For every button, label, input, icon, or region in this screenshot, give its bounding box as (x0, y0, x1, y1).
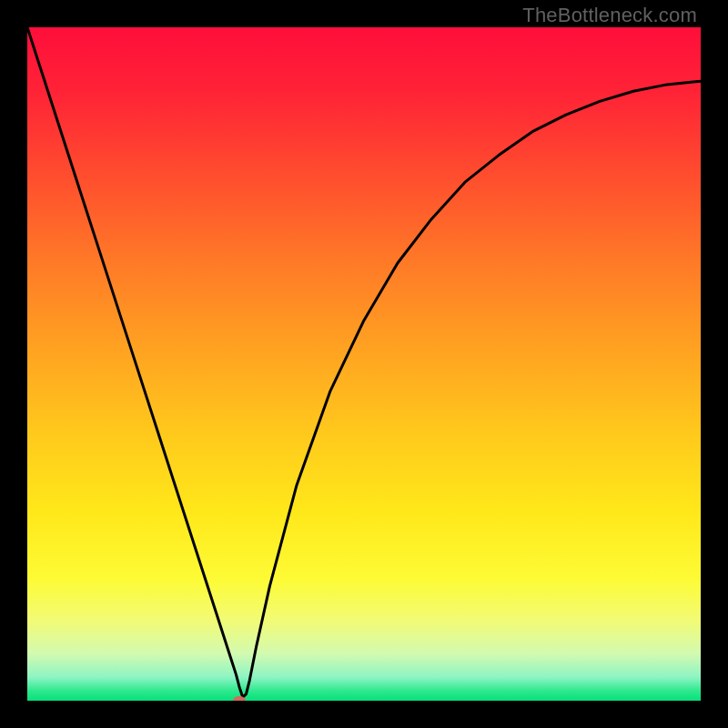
curve-layer (27, 27, 701, 701)
plot-area (27, 27, 701, 701)
chart-frame: TheBottleneck.com (0, 0, 728, 728)
minimum-marker (233, 696, 246, 701)
bottleneck-curve (27, 27, 701, 697)
attribution-text: TheBottleneck.com (522, 4, 697, 27)
